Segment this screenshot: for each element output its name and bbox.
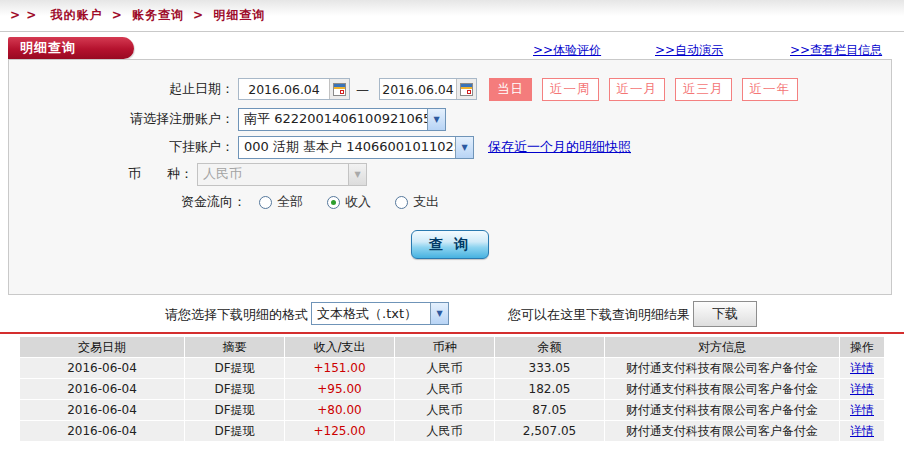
table-header-row: 交易日期 摘要 收入/支出 币种 余额 对方信息 操作 (20, 337, 884, 357)
date-range-label: 起止日期： (9, 80, 234, 98)
query-button[interactable]: 查 询 (411, 230, 489, 259)
chevron-down-icon: ▼ (455, 137, 473, 158)
query-form-panel: 起止日期： 2016.06.04 — 2016.06.04 当日 近一周 近一月… (8, 59, 892, 295)
currency-row: 币 种： 人民币 ▼ (9, 162, 367, 186)
link-experience-review[interactable]: >>体验评价 (533, 42, 601, 59)
detail-query-page: > > 我的账户 > 账务查询 > 明细查询 明细查询 >>体验评价 >>自动演… (0, 0, 904, 455)
header-amount: 收入/支出 (285, 337, 395, 357)
quick-range-year-button[interactable]: 近一年 (742, 78, 799, 101)
calendar-glyph (460, 83, 473, 96)
cell-currency: 人民币 (395, 400, 495, 420)
header-action: 操作 (840, 337, 884, 357)
red-divider (0, 332, 904, 334)
sub-account-row: 下挂账户： 000 活期 基本户 1406600101102571848 ▼ 保… (9, 135, 631, 159)
results-table: 交易日期 摘要 收入/支出 币种 余额 对方信息 操作 2016-06-04 D… (20, 337, 884, 442)
register-account-label: 请选择注册账户： (9, 110, 234, 128)
cell-currency: 人民币 (395, 358, 495, 378)
quick-range-today-button[interactable]: 当日 (489, 78, 532, 101)
sub-account-value: 000 活期 基本户 1406600101102571848 (239, 138, 455, 156)
breadcrumb-prefix: > > (10, 8, 37, 22)
breadcrumb-my-account[interactable]: 我的账户 (50, 8, 102, 22)
tab-detail-query[interactable]: 明细查询 (8, 37, 134, 59)
calendar-icon[interactable] (456, 79, 476, 99)
end-date-value: 2016.06.04 (380, 82, 456, 97)
link-auto-demo[interactable]: >>自动演示 (655, 42, 723, 59)
radio-all[interactable] (259, 196, 272, 209)
start-date-value: 2016.06.04 (239, 82, 329, 97)
chevron-down-icon: ▼ (427, 109, 445, 130)
start-date-input[interactable]: 2016.06.04 (238, 78, 350, 100)
table-row: 2016-06-04 DF提现 +80.00 人民币 87.05 财付通支付科技… (20, 400, 884, 420)
cell-counterparty: 财付通支付科技有限公司客户备付金 (605, 400, 840, 420)
breadcrumb-account-query[interactable]: 账务查询 (132, 8, 184, 22)
cell-balance: 87.05 (495, 400, 605, 420)
currency-select: 人民币 ▼ (197, 163, 367, 186)
calendar-icon[interactable] (329, 79, 349, 99)
register-account-row: 请选择注册账户： 南平 6222001406100921065 灵通卡 ▼ (9, 107, 446, 131)
breadcrumb-separator: > (112, 8, 123, 22)
download-format-value: 文本格式（.txt） (312, 305, 430, 323)
currency-label: 币 种： (9, 165, 193, 183)
cell-summary: DF提现 (185, 379, 285, 399)
divider-line (0, 31, 904, 32)
chevron-down-icon: ▼ (348, 164, 366, 185)
flow-direction-label: 资金流向： (9, 193, 246, 211)
breadcrumb-separator: > (193, 8, 204, 22)
chevron-down-icon: ▼ (430, 303, 448, 324)
table-row: 2016-06-04 DF提现 +151.00 人民币 333.05 财付通支付… (20, 358, 884, 378)
sub-account-label: 下挂账户： (9, 138, 234, 156)
radio-expense[interactable] (395, 196, 408, 209)
cell-amount: +95.00 (285, 379, 395, 399)
cell-currency: 人民币 (395, 421, 495, 441)
end-date-input[interactable]: 2016.06.04 (379, 78, 477, 100)
cell-amount: +80.00 (285, 400, 395, 420)
cell-currency: 人民币 (395, 379, 495, 399)
register-account-select[interactable]: 南平 6222001406100921065 灵通卡 ▼ (238, 108, 446, 131)
detail-link[interactable]: 详情 (850, 423, 874, 440)
quick-range-week-button[interactable]: 近一周 (542, 78, 599, 101)
detail-link[interactable]: 详情 (850, 402, 874, 419)
currency-value: 人民币 (198, 165, 348, 183)
header-balance: 余额 (495, 337, 605, 357)
cell-summary: DF提现 (185, 400, 285, 420)
detail-link[interactable]: 详情 (850, 381, 874, 398)
cell-amount: +151.00 (285, 358, 395, 378)
cell-date: 2016-06-04 (20, 400, 185, 420)
breadcrumb-detail-query[interactable]: 明细查询 (213, 8, 265, 22)
header-summary: 摘要 (185, 337, 285, 357)
radio-expense-label[interactable]: 支出 (413, 193, 439, 211)
table-row: 2016-06-04 DF提现 +125.00 人民币 2,507.05 财付通… (20, 421, 884, 441)
header-date: 交易日期 (20, 337, 185, 357)
download-format-label: 请您选择下载明细的格式 (165, 306, 308, 324)
breadcrumb: > > 我的账户 > 账务查询 > 明细查询 (10, 7, 265, 24)
cell-counterparty: 财付通支付科技有限公司客户备付金 (605, 379, 840, 399)
cell-amount: +125.00 (285, 421, 395, 441)
radio-all-label[interactable]: 全部 (277, 193, 303, 211)
header-currency: 币种 (395, 337, 495, 357)
cell-date: 2016-06-04 (20, 379, 185, 399)
download-hint: 您可以在这里下载查询明细结果 (508, 306, 690, 324)
quick-range-month-button[interactable]: 近一月 (609, 78, 666, 101)
save-snapshot-link[interactable]: 保存近一个月的明细快照 (488, 138, 631, 156)
register-account-value: 南平 6222001406100921065 灵通卡 (239, 110, 427, 128)
cell-balance: 182.05 (495, 379, 605, 399)
cell-summary: DF提现 (185, 421, 285, 441)
quick-range-3months-button[interactable]: 近三月 (675, 78, 732, 101)
date-range-row: 起止日期： 2016.06.04 — 2016.06.04 当日 近一周 近一月… (9, 77, 798, 101)
radio-income[interactable] (327, 196, 340, 209)
cell-balance: 333.05 (495, 358, 605, 378)
radio-income-label[interactable]: 收入 (345, 193, 371, 211)
cell-counterparty: 财付通支付科技有限公司客户备付金 (605, 421, 840, 441)
download-button[interactable]: 下载 (693, 301, 757, 327)
sub-account-select[interactable]: 000 活期 基本户 1406600101102571848 ▼ (238, 136, 474, 159)
calendar-glyph (333, 83, 346, 96)
cell-date: 2016-06-04 (20, 421, 185, 441)
detail-link[interactable]: 详情 (850, 360, 874, 377)
link-view-column-info[interactable]: >>查看栏目信息 (790, 42, 882, 59)
cell-balance: 2,507.05 (495, 421, 605, 441)
cell-summary: DF提现 (185, 358, 285, 378)
flow-direction-row: 资金流向： 全部 收入 支出 (9, 190, 439, 214)
download-format-select[interactable]: 文本格式（.txt） ▼ (311, 302, 449, 325)
date-range-dash: — (356, 82, 369, 97)
cell-date: 2016-06-04 (20, 358, 185, 378)
